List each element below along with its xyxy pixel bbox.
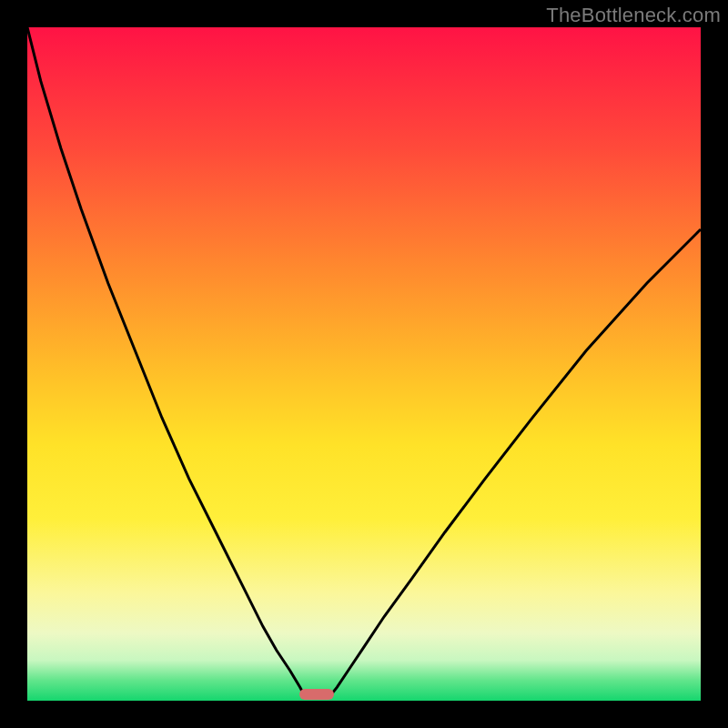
chart-frame: TheBottleneck.com: [0, 0, 728, 728]
minimum-marker: [299, 689, 334, 700]
watermark-text: TheBottleneck.com: [546, 4, 721, 27]
curve-left-branch: [27, 27, 306, 697]
plot-area: [27, 27, 701, 701]
bottleneck-curve: [27, 27, 701, 701]
curve-right-branch: [329, 229, 701, 697]
